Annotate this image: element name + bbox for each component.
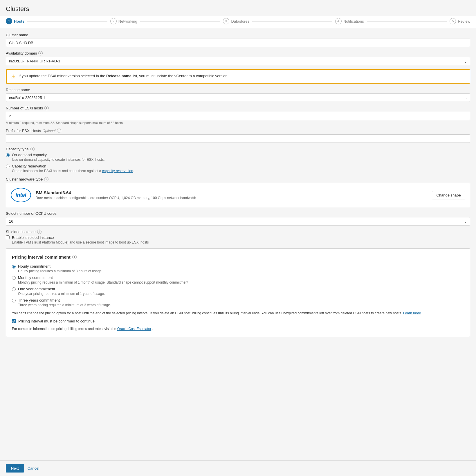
availability-domain-label: Availability domain i [6, 51, 470, 55]
step-1-label: Hosts [14, 19, 24, 24]
capacity-reservation-label[interactable]: Capacity reservation [12, 164, 46, 168]
esxi-hosts-hint: Minimum 2 required, maximum 32. Standard… [6, 121, 470, 125]
pricing-title: Pricing interval commitment i [12, 255, 464, 259]
hw-card: intel BM.Standard3.64 Bare metal machine… [6, 183, 470, 207]
shielded-checkbox[interactable] [6, 235, 10, 239]
step-4[interactable]: 4 Notifications [335, 18, 364, 24]
esxi-hosts-input[interactable] [6, 112, 470, 120]
pricing-hourly-label[interactable]: Hourly commitment [18, 264, 51, 268]
release-name-select-wrapper: esxi8u1c-22088125-1 [6, 93, 470, 102]
step-line-1 [27, 21, 107, 21]
hw-info: BM.Standard3.64 Bare metal machine, conf… [36, 190, 427, 200]
pricing-hourly-desc: Hourly pricing requires a minimum of 8 h… [18, 269, 102, 273]
shielded-group: Shielded instance i Enable shielded inst… [6, 230, 470, 244]
step-2[interactable]: 2 Networking [110, 18, 137, 24]
pricing-one-year-radio[interactable] [12, 287, 16, 291]
hw-type-group: Cluster hardware type i intel BM.Standar… [6, 177, 470, 207]
pricing-monthly-desc: Monthly pricing requires a minimum of 1 … [18, 280, 189, 284]
ocpu-group: Select number of OCPU cores 16 [6, 211, 470, 226]
pricing-note: You can't change the pricing option for … [12, 311, 464, 316]
capacity-type-info-icon[interactable]: i [30, 147, 35, 151]
intel-logo: intel [11, 188, 31, 202]
hw-type-info-icon[interactable]: i [44, 177, 48, 181]
step-2-circle: 2 [110, 18, 117, 24]
capacity-reservation-link[interactable]: capacity reservation [102, 169, 133, 173]
pricing-three-year-radio[interactable] [12, 299, 16, 302]
next-button[interactable]: Next [6, 464, 24, 473]
change-shape-button[interactable]: Change shape [432, 191, 465, 199]
step-line-3 [252, 21, 332, 21]
pricing-monthly-option: Monthly commitment Monthly pricing requi… [12, 275, 464, 284]
page-title: Clusters [0, 0, 476, 16]
warning-text: If you update the ESXi minor version sel… [19, 73, 228, 79]
hw-type-label: Cluster hardware type i [6, 177, 470, 181]
page-wrapper: Clusters 1 Hosts 2 Networking 3 Datastor… [0, 0, 476, 476]
pricing-monthly-label[interactable]: Monthly commitment [18, 275, 53, 280]
step-3-circle: 3 [223, 18, 229, 24]
stepper: 1 Hosts 2 Networking 3 Datastores 4 Noti… [0, 16, 476, 28]
esxi-hosts-group: Number of ESXi hosts i Minimum 2 require… [6, 106, 470, 125]
availability-domain-select[interactable]: ihZD:EU-FRANKFURT-1-AD-1 [6, 57, 470, 65]
esxi-hosts-info-icon[interactable]: i [44, 106, 49, 110]
warning-banner: ⚠ If you update the ESXi minor version s… [6, 69, 470, 84]
step-3-label: Datastores [231, 19, 249, 24]
capacity-on-demand-radio[interactable] [6, 153, 10, 157]
release-name-select[interactable]: esxi8u1c-22088125-1 [6, 93, 470, 102]
pricing-hourly-radio[interactable] [12, 265, 16, 268]
oracle-cost-estimator-link[interactable]: Oracle Cost Estimator [117, 327, 151, 331]
cluster-name-group: Cluster name [6, 33, 470, 47]
capacity-on-demand-label[interactable]: On-demand capacity [12, 153, 47, 157]
step-3[interactable]: 3 Datastores [223, 18, 249, 24]
page-footer: Next Cancel [0, 460, 476, 476]
capacity-type-group: Capacity type i On-demand capacity Use o… [6, 147, 470, 173]
ocpu-select[interactable]: 16 [6, 217, 470, 226]
learn-more-link[interactable]: Learn more [403, 311, 421, 315]
pricing-confirm-checkbox[interactable] [12, 319, 16, 323]
capacity-reservation-radio[interactable] [6, 165, 10, 168]
shielded-option: Enable shielded instance Enable TPM (Tru… [6, 235, 470, 244]
ocpu-select-wrapper: 16 [6, 217, 470, 226]
hw-desc: Bare metal machine, configurable core nu… [36, 196, 427, 200]
ocpu-label: Select number of OCPU cores [6, 211, 470, 216]
release-name-label: Release name [6, 88, 470, 92]
pricing-three-year-desc: Three years pricing requires a minimum o… [18, 303, 111, 307]
step-1-circle: 1 [6, 18, 12, 24]
release-name-group: Release name esxi8u1c-22088125-1 [6, 88, 470, 102]
availability-domain-select-wrapper: ihZD:EU-FRANKFURT-1-AD-1 [6, 57, 470, 65]
capacity-reservation-desc: Create instances for ESXi hosts and coun… [12, 169, 134, 173]
capacity-on-demand-desc: Use on-demand capacity to create instanc… [12, 158, 105, 162]
pricing-info-icon[interactable]: i [72, 255, 77, 259]
prefix-group: Prefix for ESXi Hosts Optional i [6, 129, 470, 143]
pricing-three-year-label[interactable]: Three years commitment [18, 298, 60, 302]
step-1[interactable]: 1 Hosts [6, 18, 24, 24]
shielded-checkbox-label[interactable]: Enable shielded instance [12, 235, 54, 240]
capacity-type-label: Capacity type i [6, 147, 470, 151]
step-5[interactable]: 5 Review [450, 18, 470, 24]
step-2-label: Networking [118, 19, 137, 24]
step-4-circle: 4 [335, 18, 342, 24]
pricing-one-year-option: One year commitment One year pricing req… [12, 287, 464, 296]
prefix-info-icon[interactable]: i [57, 129, 61, 133]
pricing-three-year-option: Three years commitment Three years prici… [12, 298, 464, 307]
hw-name: BM.Standard3.64 [36, 190, 427, 195]
step-5-label: Review [458, 19, 470, 24]
pricing-monthly-radio[interactable] [12, 276, 16, 280]
step-4-label: Notifications [343, 19, 364, 24]
pricing-section: Pricing interval commitment i Hourly com… [6, 248, 470, 337]
step-line-2 [140, 21, 220, 21]
shielded-info-icon[interactable]: i [37, 230, 42, 234]
availability-domain-info-icon[interactable]: i [38, 51, 43, 55]
esxi-hosts-label: Number of ESXi hosts i [6, 106, 470, 110]
content-area: Cluster name Availability domain i ihZD:… [0, 28, 476, 460]
prefix-input[interactable] [6, 134, 470, 143]
shielded-label: Shielded instance i [6, 230, 470, 234]
cluster-name-input[interactable] [6, 39, 470, 47]
pricing-confirm-label[interactable]: Pricing interval must be confirmed to co… [18, 319, 95, 323]
pricing-one-year-desc: One year pricing requires a minimum of 1… [18, 292, 105, 296]
pricing-confirm-row: Pricing interval must be confirmed to co… [12, 319, 464, 323]
pricing-one-year-label[interactable]: One year commitment [18, 287, 55, 291]
intel-logo-text: intel [15, 192, 26, 198]
cancel-button[interactable]: Cancel [28, 466, 39, 470]
warning-icon: ⚠ [11, 73, 16, 80]
prefix-optional-label: Optional [42, 129, 55, 133]
